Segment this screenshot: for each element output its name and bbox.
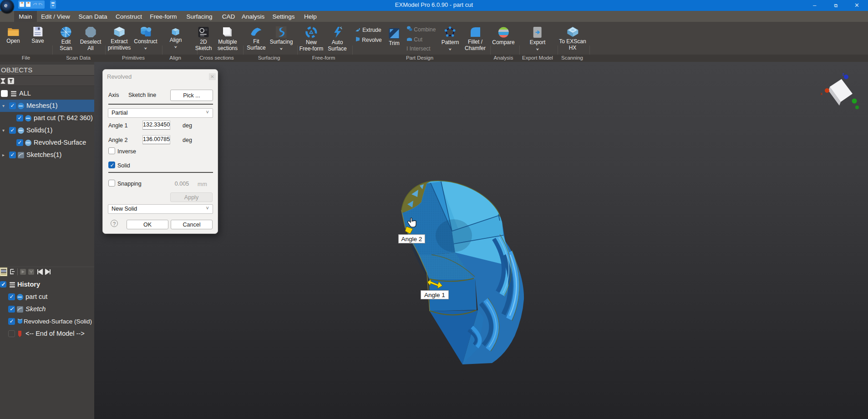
svg-text:z: z bbox=[843, 72, 845, 76]
svg-text:x: x bbox=[820, 91, 822, 96]
